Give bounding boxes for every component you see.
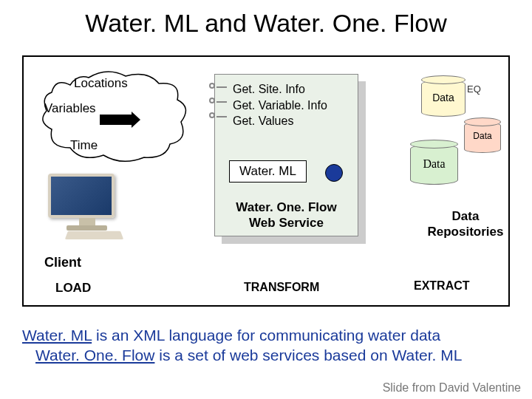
interface-lollipop-icon (209, 83, 215, 89)
caption-text: is an XML language for communicating wat… (92, 327, 440, 344)
attribution: Slide from David Valentine (383, 381, 521, 395)
cylinder-suffix: EQ (467, 83, 481, 95)
cylinder-label: Data (421, 92, 466, 103)
cylinder-label: Data (410, 157, 458, 171)
repo-line1: Data (421, 208, 510, 224)
cloud-variables: Variables (44, 101, 96, 116)
caption-term: Water. One. Flow (35, 347, 154, 364)
service-methods-list: Get. Site. Info Get. Variable. Info Get.… (233, 81, 327, 129)
caption-text: is a set of web services based on Water.… (154, 347, 462, 364)
repo-line2: Repositories (421, 224, 510, 239)
transform-label: TRANSFORM (244, 281, 319, 294)
extract-label: EXTRACT (414, 279, 470, 293)
wofws-line2: Web Service (222, 215, 351, 231)
wofws-line1: Water. One. Flow (222, 200, 351, 215)
data-cylinder-icon: Data (421, 80, 466, 117)
interface-lollipop-icon (209, 98, 215, 103)
arrow-icon (100, 115, 133, 125)
cloud-time: Time (70, 138, 98, 153)
data-cylinder-icon: Data (464, 122, 501, 153)
load-label: LOAD (55, 281, 91, 296)
wof-webservice-label: Water. One. Flow Web Service (222, 200, 351, 231)
caption-term: Water. ML (22, 327, 92, 344)
cylinder-label: Data (464, 131, 501, 141)
waterml-box: Water. ML (229, 160, 307, 183)
data-cylinder-icon: Data (410, 144, 458, 185)
data-repositories-label: Data Repositories (421, 208, 510, 240)
client-computer-icon (48, 174, 126, 236)
cloud-locations: Locations (74, 76, 128, 91)
concepts-cloud: Locations Variables Time (41, 70, 188, 166)
service-method: Get. Site. Info (233, 81, 327, 98)
connector-dot-icon (325, 164, 343, 182)
service-method: Get. Variable. Info (233, 98, 327, 114)
service-method: Get. Values (233, 113, 327, 129)
slide-caption: Water. ML is an XML language for communi… (22, 325, 510, 366)
interface-lollipop-icon (209, 112, 215, 118)
slide-title: Water. ML and Water. One. Flow (0, 0, 532, 42)
client-label: Client (44, 255, 81, 270)
